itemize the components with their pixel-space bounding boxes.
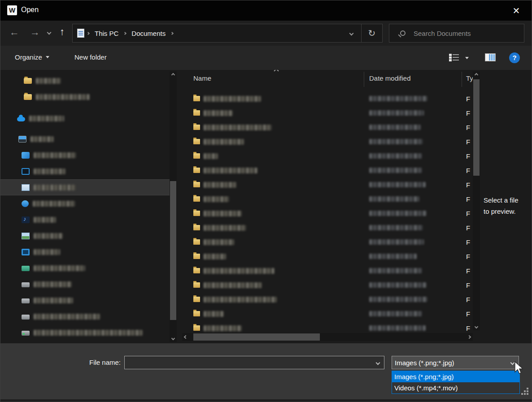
column-name[interactable]: Name — [193, 74, 211, 82]
file-row[interactable]: F — [182, 278, 480, 292]
search-placeholder: Search Documents — [414, 30, 471, 37]
sidebar-item[interactable] — [0, 276, 170, 292]
redacted-file-name — [204, 168, 257, 173]
sidebar-item[interactable] — [0, 308, 170, 324]
scroll-left-icon[interactable] — [182, 333, 189, 341]
sidebar-item[interactable] — [0, 89, 170, 105]
file-row[interactable]: F — [182, 307, 480, 321]
file-row[interactable]: F — [182, 292, 480, 307]
scrollbar-thumb[interactable] — [170, 181, 176, 320]
file-row[interactable]: F — [182, 149, 480, 163]
folder-icon — [193, 125, 200, 130]
chevron-right-icon — [123, 31, 126, 35]
file-row[interactable]: F — [182, 163, 480, 177]
file-list-scrollbar[interactable] — [473, 71, 480, 330]
folder-icon — [193, 153, 200, 159]
file-row[interactable]: F — [182, 249, 480, 264]
up-button[interactable]: ↑ — [60, 26, 65, 38]
back-button[interactable]: ← — [9, 26, 19, 38]
scrollbar-thumb[interactable] — [473, 79, 480, 176]
redacted-file-name — [204, 182, 236, 188]
horizontal-scrollbar[interactable] — [182, 333, 473, 341]
file-row[interactable]: F — [182, 91, 480, 106]
scrollbar-thumb[interactable] — [193, 333, 320, 341]
sidebar-item[interactable] — [0, 131, 170, 147]
sidebar-item[interactable] — [0, 73, 170, 89]
file-row[interactable]: F — [182, 264, 480, 278]
file-type-cell: F — [466, 124, 470, 131]
search-box[interactable]: Search Documents — [389, 24, 524, 43]
file-type-dropdown[interactable]: Images (*.png;*.jpg) — [392, 356, 519, 369]
view-options-chevron-icon[interactable] — [465, 57, 469, 59]
column-date-modified[interactable]: Date modified — [369, 74, 411, 82]
resize-grip[interactable] — [527, 393, 528, 395]
file-row[interactable]: F — [182, 134, 480, 149]
file-type-cell: F — [466, 324, 470, 332]
sidebar-item[interactable] — [0, 228, 170, 244]
address-dropdown-button[interactable] — [341, 24, 361, 42]
sidebar-item[interactable] — [0, 292, 170, 308]
file-type-cell: F — [466, 253, 470, 260]
redacted-label — [34, 330, 143, 336]
file-row[interactable]: F — [182, 177, 480, 192]
sidebar-item[interactable] — [0, 244, 170, 260]
change-view-icon[interactable] — [449, 53, 459, 62]
folder-icon — [193, 225, 200, 230]
sidebar-item[interactable] — [0, 195, 170, 212]
file-type-option[interactable]: Images (*.png;*.jpg) — [392, 371, 519, 382]
file-type-cell: F — [466, 138, 470, 146]
redacted-date-modified — [369, 211, 427, 216]
preview-pane-icon[interactable] — [485, 53, 496, 61]
sidebar-item[interactable] — [0, 260, 170, 276]
redacted-file-name — [204, 196, 229, 202]
column-separator[interactable] — [364, 72, 364, 87]
folder-icon — [193, 268, 200, 273]
redacted-date-modified — [369, 282, 427, 288]
file-row[interactable]: F — [182, 106, 480, 120]
file-name-input[interactable] — [125, 356, 376, 369]
file-type-cell: F — [466, 95, 470, 103]
sidebar-item[interactable] — [0, 179, 170, 195]
docs-icon — [22, 184, 30, 191]
folder-icon — [193, 311, 200, 316]
sidebar-item[interactable] — [0, 147, 170, 163]
sidebar-item[interactable] — [0, 212, 170, 228]
sidebar-item[interactable] — [0, 110, 170, 126]
new-folder-button[interactable]: New folder — [74, 53, 107, 61]
scroll-right-icon[interactable] — [466, 333, 473, 341]
folder-icon — [193, 182, 200, 187]
scroll-down-icon[interactable] — [473, 323, 480, 330]
chevron-down-icon[interactable] — [376, 360, 380, 365]
sidebar-item[interactable] — [0, 163, 170, 179]
breadcrumb-documents[interactable]: Documents — [129, 30, 168, 37]
file-row[interactable]: F — [182, 235, 480, 249]
dialog-footer: File name: Images (*.png;*.jpg) Images (… — [0, 343, 532, 399]
diskgreen-icon — [22, 266, 30, 271]
column-type[interactable]: Ty — [466, 74, 473, 82]
sidebar-scrollbar[interactable] — [170, 71, 177, 342]
folder-icon — [193, 139, 200, 144]
file-type-option[interactable]: Videos (*.mp4;*.mov) — [392, 382, 519, 393]
help-button[interactable]: ? — [509, 52, 520, 63]
breadcrumb-this-pc[interactable]: This PC — [92, 30, 121, 37]
folder-icon — [193, 282, 200, 288]
address-bar[interactable]: This PC Documents ↻ — [72, 24, 383, 43]
file-row[interactable]: F — [182, 206, 480, 220]
file-row[interactable]: F — [182, 120, 480, 134]
file-row[interactable]: F — [182, 220, 480, 235]
scroll-down-icon[interactable] — [170, 335, 177, 342]
recent-locations-chevron-icon[interactable] — [47, 30, 52, 35]
scroll-up-icon[interactable] — [473, 71, 480, 78]
file-name-combobox[interactable] — [124, 356, 384, 369]
close-button[interactable]: ✕ — [507, 4, 525, 17]
organize-button[interactable]: Organize — [15, 53, 49, 61]
scroll-up-icon[interactable] — [170, 71, 177, 78]
word-app-icon: W — [7, 5, 17, 15]
file-type-cell: F — [466, 195, 470, 203]
file-row[interactable]: F — [182, 192, 480, 206]
column-separator[interactable] — [462, 72, 462, 87]
sidebar-item[interactable] — [0, 324, 170, 341]
redacted-file-name — [204, 96, 261, 102]
refresh-button[interactable]: ↻ — [361, 24, 382, 42]
forward-button[interactable]: → — [30, 26, 40, 38]
